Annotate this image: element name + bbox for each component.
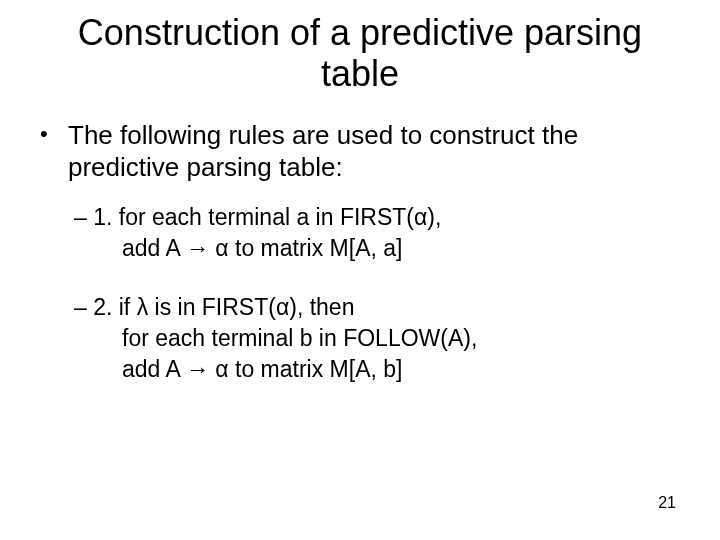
rule-2: – 2. if λ is in FIRST(α), then for each … <box>74 292 680 385</box>
rule2-line2-pre: for each terminal b in <box>122 325 343 351</box>
rule2-line2-post: , <box>471 325 477 351</box>
page-number: 21 <box>658 494 676 512</box>
bullet-marker: • <box>40 119 68 184</box>
rule1-line1-pre: – 1. for each terminal a in <box>74 204 340 230</box>
rule2-line1: – 2. if λ is in FIRST(α), then <box>74 292 680 323</box>
bullet-intro: • The following rules are used to constr… <box>40 119 680 184</box>
rule2-matrix: M[A, b] <box>330 356 403 382</box>
slide-body: • The following rules are used to constr… <box>40 119 680 385</box>
rule1-line1-post: , <box>435 204 441 230</box>
intro-text: The following rules are used to construc… <box>68 119 680 184</box>
rule2-follow: FOLLOW(A) <box>343 325 471 351</box>
rule-1: – 1. for each terminal a in FIRST(α), ad… <box>74 202 680 264</box>
rule1-matrix: M[A, a] <box>330 235 403 261</box>
slide: Construction of a predictive parsing tab… <box>0 0 720 540</box>
rule2-line3-pre: add A → α to matrix <box>122 356 330 382</box>
rule1-line2-pre: add A → α to matrix <box>122 235 330 261</box>
slide-title: Construction of a predictive parsing tab… <box>40 12 680 95</box>
rule1-first: FIRST(α) <box>340 204 435 230</box>
